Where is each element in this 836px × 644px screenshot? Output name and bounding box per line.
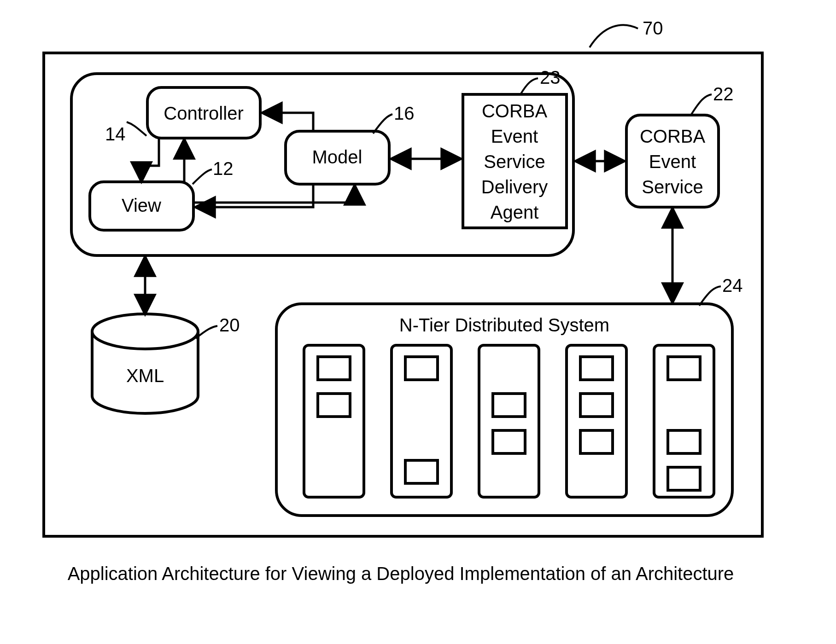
svg-rect-17 <box>668 467 700 490</box>
ref-20: 20 <box>219 315 240 335</box>
svg-rect-6 <box>318 357 350 380</box>
svg-point-0 <box>92 314 198 349</box>
ref-leader-22 <box>691 94 712 115</box>
ref-70: 70 <box>643 18 663 38</box>
svg-rect-13 <box>580 394 613 417</box>
ref-23: 23 <box>540 67 561 87</box>
svg-rect-4 <box>567 345 626 497</box>
architecture-diagram: 70 Controller 14 View 12 Model 16 CORBA … <box>0 0 836 644</box>
svg-rect-7 <box>318 394 350 417</box>
svg-rect-10 <box>493 394 525 417</box>
arrow-view-to-model <box>193 186 355 203</box>
xml-cylinder: XML <box>92 314 198 413</box>
ref-leader-70 <box>590 25 638 47</box>
ref-leader-12 <box>193 169 212 184</box>
ref-14: 14 <box>105 124 126 144</box>
event-service-l2: Event <box>649 151 696 172</box>
ref-leader-16 <box>373 114 392 133</box>
svg-rect-1 <box>304 345 364 497</box>
svg-rect-2 <box>392 345 451 497</box>
event-service-l1: CORBA <box>640 126 706 146</box>
agent-l2: Event <box>491 126 538 146</box>
ref-22: 22 <box>713 84 734 104</box>
model-label: Model <box>312 147 362 167</box>
agent-l4: Delivery <box>481 177 548 197</box>
ref-16: 16 <box>394 103 415 123</box>
svg-rect-8 <box>405 357 438 380</box>
svg-rect-12 <box>580 357 613 380</box>
arrow-model-to-controller <box>263 113 313 131</box>
ref-leader-14 <box>127 122 146 136</box>
agent-l5: Agent <box>491 202 539 222</box>
svg-rect-15 <box>668 357 700 380</box>
svg-rect-9 <box>405 460 438 483</box>
controller-label: Controller <box>164 103 243 123</box>
svg-rect-5 <box>654 345 714 497</box>
xml-label: XML <box>126 366 164 386</box>
diagram-caption: Application Architecture for Viewing a D… <box>68 563 734 584</box>
ref-24: 24 <box>722 275 743 296</box>
ntier-towers <box>304 345 714 497</box>
agent-l1: CORBA <box>482 101 548 121</box>
svg-rect-11 <box>493 430 525 453</box>
event-service-l3: Service <box>642 177 703 197</box>
ntier-title: N-Tier Distributed System <box>399 315 609 335</box>
arrow-controller-to-view <box>141 138 159 180</box>
svg-rect-3 <box>479 345 539 497</box>
svg-rect-16 <box>668 430 700 453</box>
ntier-container <box>276 304 732 516</box>
ref-12: 12 <box>213 158 234 179</box>
svg-rect-14 <box>580 430 613 453</box>
ref-leader-23 <box>520 78 538 94</box>
view-label: View <box>122 195 161 215</box>
agent-l3: Service <box>484 151 545 172</box>
